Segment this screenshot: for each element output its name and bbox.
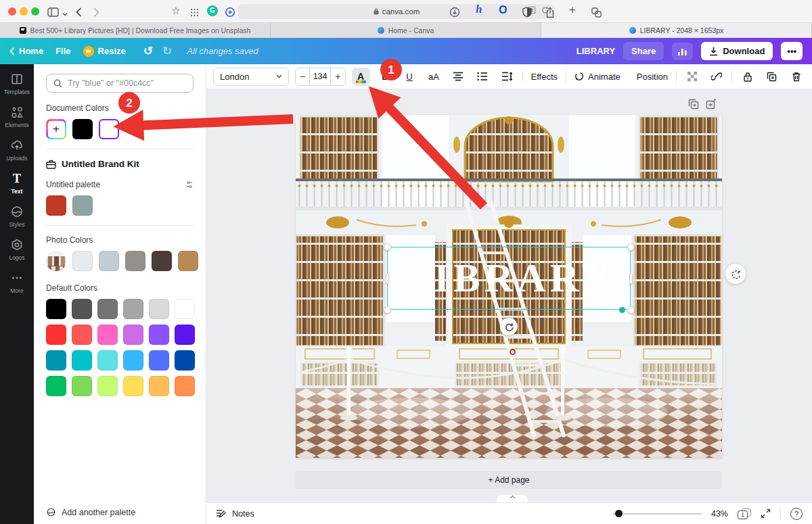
selection-box[interactable] <box>387 247 631 310</box>
color-swatch[interactable] <box>123 325 143 345</box>
duplicate-page-icon[interactable] <box>688 99 699 110</box>
color-swatch[interactable] <box>46 325 66 345</box>
resize-handle-right[interactable] <box>629 273 633 284</box>
resize-handle-top-left[interactable] <box>384 243 391 251</box>
file-menu-button[interactable]: File <box>55 46 70 56</box>
sidebar-item-uploads[interactable]: Uploads <box>0 139 34 162</box>
spacing-button[interactable] <box>498 68 516 86</box>
downloads-icon[interactable] <box>449 5 460 18</box>
color-swatch[interactable] <box>46 376 66 396</box>
list-button[interactable] <box>474 68 492 86</box>
more-options-button[interactable]: ••• <box>781 42 803 60</box>
back-button[interactable] <box>76 5 82 18</box>
color-swatch[interactable] <box>123 350 143 371</box>
resize-handle-bottom-left[interactable] <box>384 306 391 314</box>
tab-unsplash[interactable]: Best 500+ Library Pictures [HD] | Downlo… <box>0 23 271 38</box>
effects-button[interactable]: Effects <box>529 72 560 82</box>
canvas-viewport[interactable]: LIBRARY <box>206 89 812 502</box>
extensions-grid-icon[interactable] <box>190 5 199 18</box>
chevron-down-icon[interactable] <box>62 7 68 20</box>
color-swatch[interactable] <box>149 376 169 396</box>
transparency-button[interactable] <box>683 68 701 86</box>
decrease-font-button[interactable]: − <box>296 68 310 85</box>
duplicate-button[interactable] <box>763 68 781 86</box>
share-page-icon[interactable] <box>545 5 555 18</box>
resize-handle-left[interactable] <box>386 273 389 284</box>
underline-button[interactable]: U <box>401 68 419 86</box>
color-swatch[interactable] <box>149 299 169 319</box>
link-button[interactable] <box>707 68 725 86</box>
palette-settings-icon[interactable] <box>185 181 194 189</box>
color-swatch[interactable] <box>97 299 118 319</box>
color-swatch-white-selected[interactable] <box>99 119 119 139</box>
help-button[interactable]: ? <box>790 508 803 520</box>
sidebar-item-more[interactable]: More <box>0 271 34 294</box>
increase-font-button[interactable]: + <box>331 68 345 85</box>
tab-canva-editor[interactable]: LIBRARY - 2048 × 1653px <box>541 23 812 38</box>
color-swatch[interactable] <box>72 325 92 345</box>
color-swatch[interactable] <box>149 350 169 371</box>
zoom-slider[interactable] <box>612 513 702 515</box>
color-swatch[interactable] <box>175 376 195 396</box>
delete-button[interactable] <box>787 68 805 86</box>
animate-button[interactable]: Animate <box>572 72 623 82</box>
add-page-button[interactable]: + Add page <box>296 471 722 489</box>
font-size-value[interactable]: 134 <box>309 68 331 85</box>
color-swatch[interactable] <box>97 376 118 396</box>
fullscreen-icon[interactable] <box>761 508 771 519</box>
undo-button[interactable]: ↺ <box>143 44 153 58</box>
color-swatch[interactable] <box>72 376 92 396</box>
text-color-button[interactable]: A <box>352 68 370 86</box>
color-swatch[interactable] <box>46 299 66 319</box>
tab-overview-icon[interactable] <box>591 5 602 18</box>
page-indicator[interactable]: 1 <box>738 508 751 519</box>
cycle-photos-button[interactable] <box>725 264 746 284</box>
color-swatch[interactable] <box>97 350 118 371</box>
sidebar-toggle-icon[interactable] <box>47 5 59 18</box>
color-swatch[interactable] <box>123 299 143 319</box>
minimize-window-button[interactable] <box>20 7 28 16</box>
resize-handle-bottom-right[interactable] <box>627 306 635 314</box>
bookmark-star-icon[interactable]: ☆ <box>171 5 180 17</box>
color-swatch[interactable] <box>149 325 169 345</box>
share-button[interactable]: Share <box>623 42 664 60</box>
close-window-button[interactable] <box>8 7 16 16</box>
resize-handle-top-right[interactable] <box>627 243 635 251</box>
add-another-palette-button[interactable]: Add another palette <box>46 507 135 517</box>
blocker-extension-icon[interactable] <box>225 5 235 18</box>
color-swatch[interactable] <box>178 251 198 271</box>
color-search-input[interactable]: Try "blue" or "#00c4cc" <box>46 74 194 93</box>
color-swatch[interactable] <box>123 376 143 396</box>
redo-button[interactable]: ↻ <box>162 44 172 58</box>
color-swatch[interactable] <box>46 195 66 216</box>
home-button[interactable]: Home <box>9 46 43 56</box>
color-swatch[interactable] <box>99 251 119 271</box>
h-extension-icon[interactable]: h <box>476 3 482 16</box>
color-swatch[interactable] <box>175 350 195 371</box>
color-swatch[interactable] <box>46 350 66 371</box>
color-swatch[interactable] <box>125 251 145 271</box>
add-page-icon[interactable] <box>706 99 717 110</box>
color-swatch[interactable] <box>152 251 172 271</box>
forward-button[interactable] <box>93 5 99 18</box>
position-button[interactable]: Position <box>635 72 670 82</box>
color-swatch[interactable] <box>72 350 92 371</box>
zoom-slider-knob[interactable] <box>615 510 623 517</box>
photo-thumbnail[interactable] <box>46 251 66 271</box>
o-extension-icon[interactable]: O <box>499 4 507 16</box>
collapse-panel-tab[interactable] <box>497 495 528 502</box>
sidebar-item-logos[interactable]: Logos <box>0 238 34 261</box>
design-page[interactable]: LIBRARY <box>296 115 722 458</box>
tab-canva-home[interactable]: Home - Canva <box>271 23 541 38</box>
sidebar-item-styles[interactable]: Styles <box>0 205 34 228</box>
rotate-handle[interactable] <box>500 318 518 335</box>
add-color-button[interactable] <box>46 119 66 139</box>
color-swatch-black[interactable] <box>72 119 93 139</box>
bold-button[interactable]: B <box>376 68 394 86</box>
lock-button[interactable] <box>738 68 757 86</box>
color-swatch[interactable] <box>72 195 93 216</box>
shield-privacy-icon[interactable] <box>522 5 532 18</box>
new-tab-icon[interactable]: + <box>569 4 576 16</box>
notes-button[interactable]: Notes <box>216 509 254 519</box>
alignment-button[interactable] <box>449 68 468 86</box>
